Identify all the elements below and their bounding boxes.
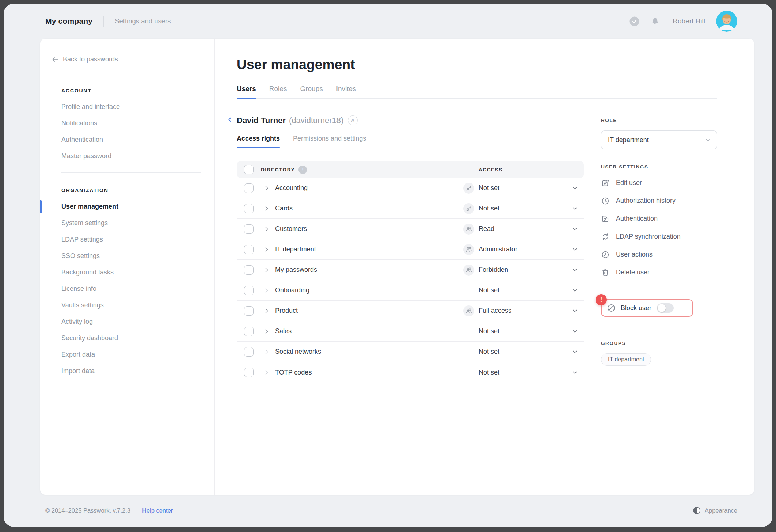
sidebar-item[interactable]: Master password — [61, 148, 203, 164]
back-to-passwords-link[interactable]: Back to passwords — [52, 56, 203, 63]
chevron-down-icon[interactable] — [572, 349, 578, 355]
block-user-label: Block user — [621, 304, 651, 312]
top-bar: My company Settings and users Robert Hil… — [4, 4, 772, 39]
row-checkbox[interactable] — [244, 286, 254, 295]
access-cell: Not set — [463, 367, 584, 378]
delete-user-action[interactable]: Delete user — [601, 263, 717, 281]
chevron-right-icon[interactable] — [263, 328, 270, 335]
tab-invites[interactable]: Invites — [336, 85, 356, 98]
row-checkbox[interactable] — [244, 347, 254, 357]
info-icon[interactable]: ! — [298, 166, 307, 174]
edit-icon — [601, 179, 610, 187]
tab-roles[interactable]: Roles — [269, 85, 287, 98]
sidebar-item[interactable]: Background tasks — [61, 264, 203, 281]
sidebar-account-list: Profile and interfaceNotificationsAuthen… — [61, 99, 203, 164]
access-value: Not set — [479, 348, 499, 356]
chevron-right-icon[interactable] — [263, 308, 270, 314]
subtab-access-rights[interactable]: Access rights — [237, 135, 280, 148]
chevron-down-icon[interactable] — [572, 328, 578, 334]
group-chip[interactable]: IT department — [601, 353, 651, 366]
access-type-badge — [463, 265, 474, 276]
sidebar-item[interactable]: Import data — [61, 363, 203, 379]
authentication-action[interactable]: Authentication — [601, 210, 717, 228]
chevron-down-icon[interactable] — [572, 287, 578, 293]
sidebar-item[interactable]: System settings — [61, 215, 203, 231]
table-row[interactable]: IT department Administrator — [237, 239, 584, 260]
access-cell: Not set — [463, 285, 584, 296]
tab-groups[interactable]: Groups — [300, 85, 323, 98]
sidebar-item[interactable]: LDAP settings — [61, 231, 203, 248]
chevron-right-icon[interactable] — [263, 205, 270, 212]
chevron-down-icon[interactable] — [572, 267, 578, 273]
tab-users[interactable]: Users — [237, 85, 256, 98]
table-row[interactable]: My passwords Forbidden — [237, 260, 584, 280]
sidebar-item[interactable]: SSO settings — [61, 248, 203, 264]
subtab-permissions[interactable]: Permissions and settings — [293, 135, 366, 148]
sidebar-item[interactable]: Profile and interface — [61, 99, 203, 115]
sidebar-item[interactable]: Notifications — [61, 115, 203, 132]
status-check-icon[interactable] — [629, 16, 639, 26]
chevron-right-icon[interactable] — [263, 226, 270, 232]
table-row[interactable]: Social networks Not set — [237, 342, 584, 362]
alert-badge: ! — [596, 294, 607, 305]
chevron-right-icon[interactable] — [263, 287, 270, 294]
sidebar-item[interactable]: User management — [61, 198, 203, 215]
ldap-sync-action[interactable]: LDAP synchronization — [601, 228, 717, 246]
chevron-down-icon[interactable] — [572, 226, 578, 232]
avatar[interactable] — [716, 11, 737, 32]
access-table: Directory ! Access — [237, 161, 584, 383]
row-checkbox[interactable] — [244, 306, 254, 316]
table-row[interactable]: Accounting Not set — [237, 178, 584, 198]
role-select[interactable]: IT department — [601, 130, 717, 149]
bell-icon[interactable] — [650, 16, 660, 26]
block-icon — [606, 303, 616, 313]
contrast-icon — [693, 506, 701, 514]
select-all-checkbox[interactable] — [244, 165, 254, 174]
edit-user-action[interactable]: Edit user — [601, 174, 717, 192]
row-checkbox[interactable] — [244, 224, 254, 234]
access-cell: Administrator — [463, 244, 584, 255]
access-cell: Not set — [463, 346, 584, 357]
user-actions-action[interactable]: User actions — [601, 246, 717, 263]
key-slash-icon — [465, 185, 472, 191]
row-checkbox[interactable] — [244, 265, 254, 275]
chevron-down-icon[interactable] — [572, 369, 578, 376]
chevron-left-icon[interactable] — [227, 117, 233, 123]
sidebar-item[interactable]: Export data — [61, 346, 203, 363]
appearance-toggle[interactable]: Appearance — [693, 506, 737, 514]
settings-sidebar: Back to passwords Account Profile and in… — [40, 39, 215, 495]
chevron-down-icon[interactable] — [572, 246, 578, 252]
sidebar-item[interactable]: License info — [61, 281, 203, 297]
sidebar-item[interactable]: Authentication — [61, 132, 203, 148]
table-row[interactable]: Sales Not set — [237, 321, 584, 342]
row-checkbox[interactable] — [244, 245, 254, 254]
block-user-toggle[interactable] — [657, 303, 674, 313]
chevron-right-icon[interactable] — [263, 369, 270, 376]
chevron-right-icon[interactable] — [263, 349, 270, 355]
sidebar-heading-organization: Organization — [61, 187, 203, 193]
table-row[interactable]: Customers Read — [237, 219, 584, 239]
authorization-history-action[interactable]: Authorization history — [601, 192, 717, 210]
chevron-down-icon[interactable] — [572, 308, 578, 314]
chevron-down-icon[interactable] — [572, 205, 578, 212]
chevron-down-icon[interactable] — [572, 185, 578, 191]
chevron-right-icon[interactable] — [263, 267, 270, 273]
table-row[interactable]: Onboarding Not set — [237, 280, 584, 301]
table-row[interactable]: TOTP codes Not set — [237, 362, 584, 383]
sidebar-item[interactable]: Activity log — [61, 314, 203, 330]
row-checkbox[interactable] — [244, 204, 254, 213]
chevron-right-icon[interactable] — [263, 185, 270, 191]
content-card: Back to passwords Account Profile and in… — [40, 39, 754, 495]
users-icon — [465, 308, 472, 314]
row-checkbox[interactable] — [244, 368, 254, 377]
chevron-right-icon[interactable] — [263, 246, 270, 253]
help-center-link[interactable]: Help center — [142, 507, 173, 514]
access-value: Full access — [479, 307, 511, 315]
row-checkbox[interactable] — [244, 327, 254, 336]
sidebar-item[interactable]: Security dashboard — [61, 330, 203, 346]
row-checkbox[interactable] — [244, 183, 254, 193]
table-row[interactable]: Product Full access — [237, 301, 584, 321]
sidebar-item[interactable]: Vaults settings — [61, 297, 203, 314]
table-row[interactable]: Cards Not set — [237, 198, 584, 219]
access-value: Not set — [479, 205, 499, 212]
